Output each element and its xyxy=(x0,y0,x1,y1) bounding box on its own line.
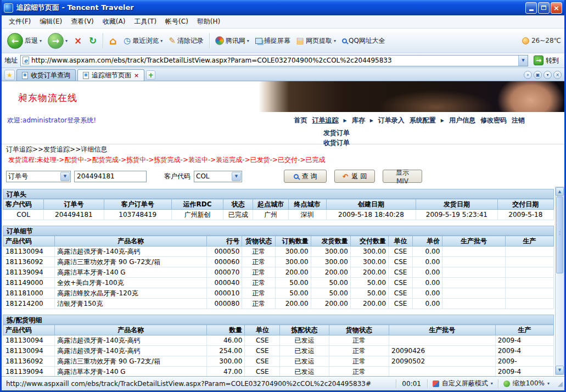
extract-dropdown-icon[interactable]: ▾ xyxy=(334,38,336,43)
table-cell: 正常 xyxy=(329,335,389,346)
tab-receiving-order-query[interactable]: 收货订单查询 xyxy=(16,69,76,81)
zoom-label: 缩放100% xyxy=(513,379,545,388)
forward-button[interactable]: → ▾ xyxy=(46,32,70,50)
nav-system-config[interactable]: 系统配置 xyxy=(410,116,436,125)
address-label: 地址 xyxy=(4,56,18,65)
block-mode-dropdown-icon[interactable]: ▾ xyxy=(491,381,493,386)
scroll-down-button[interactable]: ▼ xyxy=(556,366,564,374)
table-cell: 已发运 xyxy=(280,367,329,377)
return-button[interactable]: ↶ 返 回 xyxy=(334,170,375,183)
order-detail-table: 产品代码产品名称行号货物状态订购数量发货数量交付数量单位单价生产批号生产 181… xyxy=(3,236,554,309)
show-miv-button[interactable]: 显示 MIV xyxy=(383,170,422,183)
nav-order-entry[interactable]: 订单录入 xyxy=(378,116,405,125)
table-cell: 0.00 xyxy=(413,267,442,278)
maximize-button[interactable] xyxy=(538,2,550,14)
vertical-scrollbar[interactable]: ▲ ▼ xyxy=(555,187,564,375)
zoom-dropdown-icon[interactable]: ▾ xyxy=(547,381,550,386)
back-dropdown-icon[interactable]: ▾ xyxy=(40,38,42,43)
table-cell: 181136092 xyxy=(3,257,55,267)
menu-view[interactable]: 查看(V) xyxy=(67,16,98,27)
select-arrow-icon[interactable]: ▼ xyxy=(232,172,241,181)
column-header: 终点城市 xyxy=(288,199,326,210)
tab-list-button[interactable]: » xyxy=(524,71,532,79)
scroll-up-button[interactable]: ▲ xyxy=(556,187,564,196)
tab-tracking-detail[interactable]: 追踪细节页面 × xyxy=(77,69,144,81)
menu-favorites[interactable]: 收藏(A) xyxy=(99,16,130,27)
forward-dropdown-icon[interactable]: ▾ xyxy=(65,38,68,43)
back-button[interactable]: ← 后退 ▾ xyxy=(5,32,44,50)
table-cell: 0.00 xyxy=(413,247,442,257)
go-button[interactable]: → 转到 xyxy=(531,55,562,65)
menu-file[interactable]: 文件(F) xyxy=(5,16,35,27)
scrollbar-thumb[interactable] xyxy=(556,197,563,273)
table-cell: 正常 xyxy=(329,367,389,377)
table-cell: COL xyxy=(3,210,44,220)
recent-dropdown-icon[interactable]: ▾ xyxy=(160,38,162,43)
table-row: 181214200洁银牙膏150克000080正常200.00200.00200… xyxy=(3,299,554,309)
subnav-shipping-orders[interactable]: 发货订单 xyxy=(319,128,354,138)
nav-inventory[interactable]: 库存 xyxy=(352,116,365,125)
table-cell: 181149000 xyxy=(3,278,55,288)
table-cell: 2009-4 xyxy=(495,346,553,356)
customer-code-select[interactable]: COL ▼ xyxy=(194,171,242,182)
tencent-dropdown-icon[interactable]: ▾ xyxy=(247,38,249,43)
favorites-star-button[interactable]: ★ xyxy=(4,70,15,80)
order-header-table: 客户代码订单号客户订单号运作RDC状态起点城市终点城市创建日期发货日期交付日期 … xyxy=(3,199,554,220)
recent-history-button[interactable]: ◷ 最近浏览 ▾ xyxy=(121,35,165,47)
column-header: 生产 xyxy=(505,236,553,247)
column-header: 交付日期 xyxy=(497,199,553,210)
table-cell: 高露洁超强牙膏-140克-高钙 xyxy=(55,247,207,257)
new-tab-button[interactable]: + xyxy=(146,70,155,80)
menu-edit[interactable]: 编辑(E) xyxy=(36,16,66,27)
clear-history-button[interactable]: ✎ 清除记录 xyxy=(166,35,206,47)
block-mode-control[interactable]: 自定义屏蔽模式 ▾ xyxy=(428,379,498,388)
nav-home[interactable]: 首页 xyxy=(294,116,307,125)
order-number-input[interactable] xyxy=(74,171,147,182)
table-cell: 高露洁蜂胶水晶牙膏-120克 xyxy=(55,288,207,299)
capture-screen-button[interactable]: 捕捉屏幕 xyxy=(253,35,293,47)
weather-widget[interactable]: 26~28℃ xyxy=(522,37,561,44)
menu-account[interactable]: 帐号(C) xyxy=(161,16,192,27)
table-cell: 200.00 xyxy=(276,299,311,309)
tab-label: 追踪细节页面 xyxy=(92,71,131,80)
column-header: 单价 xyxy=(413,236,442,247)
refresh-button[interactable]: ↻ xyxy=(86,34,99,47)
select-arrow-icon[interactable]: ▼ xyxy=(60,172,70,181)
column-header: 交付数量 xyxy=(350,236,388,247)
table-cell: 已发运 xyxy=(280,335,329,346)
table-cell: 正常 xyxy=(242,247,276,257)
order-type-select[interactable]: 订单号 ▼ xyxy=(6,171,71,182)
status-url: http://www.aspxaill com/ebs/track/TrackD… xyxy=(2,380,396,388)
address-input[interactable]: e http://www.aspxam.com/ebs/track/TrackD… xyxy=(20,55,528,66)
table-cell: 300.00 xyxy=(276,247,311,257)
nav-user-info[interactable]: 用户信息 xyxy=(449,116,475,125)
home-button[interactable]: ⌂ xyxy=(107,34,120,47)
nav-change-password[interactable]: 修改密码 xyxy=(480,116,507,125)
table-cell: 2009- xyxy=(495,356,553,367)
close-tab-button[interactable]: × xyxy=(553,71,562,79)
tile-windows-button[interactable]: ▣ xyxy=(534,71,542,79)
address-dropdown-button[interactable]: ▼ xyxy=(518,55,528,66)
table-cell: 300.00 xyxy=(207,356,245,367)
zoom-control[interactable]: 缩放100% ▾ xyxy=(498,379,554,388)
qq-sites-button[interactable]: QQ网址大全 xyxy=(340,35,388,47)
address-url-text[interactable]: http://www.aspxam.com/ebs/track/TrackDet… xyxy=(31,57,516,64)
stop-button[interactable]: × xyxy=(71,34,85,47)
nav-order-tracking[interactable]: 订单追踪 xyxy=(312,116,339,125)
banner-photo xyxy=(259,81,564,112)
search-button[interactable]: 查 询 xyxy=(284,170,327,183)
tab-close-icon[interactable]: × xyxy=(134,72,139,79)
extract-page-button[interactable]: ▤ 网页提取 ▾ xyxy=(294,35,338,47)
prev-tab-button[interactable]: ▾ xyxy=(543,71,552,79)
menu-help[interactable]: 帮助(H) xyxy=(193,16,224,27)
close-button[interactable]: × xyxy=(551,2,562,14)
forward-icon: → xyxy=(48,33,64,49)
subnav-receiving-orders[interactable]: 收货订单 xyxy=(319,138,354,148)
table-row: 181181000高露洁蜂胶水晶牙膏-120克000010正常50.0050.0… xyxy=(3,288,554,299)
tencent-site-button[interactable]: 腾讯网 ▾ xyxy=(213,35,251,47)
table-cell: CSE xyxy=(389,257,413,267)
menu-tools[interactable]: 工具(T) xyxy=(130,16,160,27)
resize-grip[interactable]: ◢ xyxy=(554,380,564,388)
nav-logout[interactable]: 注销 xyxy=(512,116,525,125)
minimize-button[interactable] xyxy=(525,2,537,14)
